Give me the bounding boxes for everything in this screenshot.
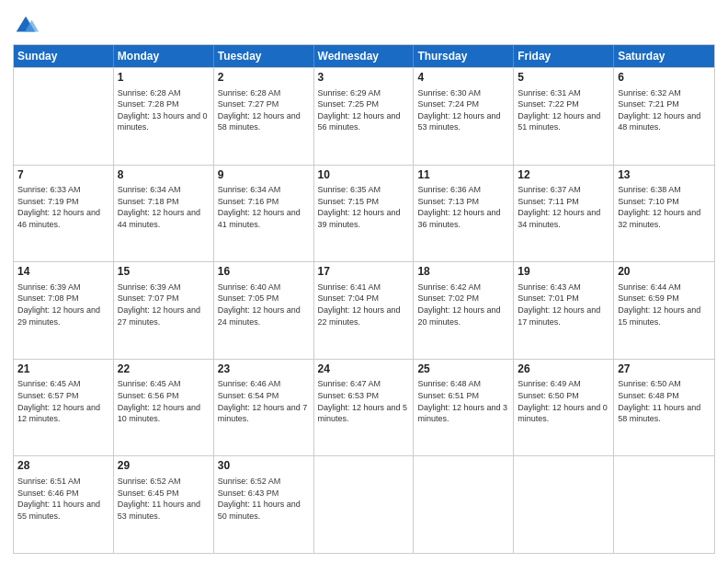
calendar-cell: 19Sunrise: 6:43 AMSunset: 7:01 PMDayligh… xyxy=(514,262,614,359)
day-info: Sunrise: 6:45 AMSunset: 6:56 PMDaylight:… xyxy=(118,378,210,424)
calendar-cell: 20Sunrise: 6:44 AMSunset: 6:59 PMDayligh… xyxy=(614,262,714,359)
calendar: SundayMondayTuesdayWednesdayThursdayFrid… xyxy=(13,44,715,554)
calendar-cell: 24Sunrise: 6:47 AMSunset: 6:53 PMDayligh… xyxy=(314,360,415,456)
calendar-cell: 3Sunrise: 6:29 AMSunset: 7:25 PMDaylight… xyxy=(314,68,415,165)
day-number: 9 xyxy=(218,168,310,183)
day-number: 6 xyxy=(618,71,711,86)
calendar-cell: 13Sunrise: 6:38 AMSunset: 7:10 PMDayligh… xyxy=(614,166,714,262)
calendar-cell: 10Sunrise: 6:35 AMSunset: 7:15 PMDayligh… xyxy=(314,166,415,262)
day-number: 26 xyxy=(518,362,609,377)
day-number: 15 xyxy=(118,265,210,280)
calendar-cell xyxy=(614,456,714,553)
day-number: 12 xyxy=(518,168,609,183)
day-number: 7 xyxy=(17,168,109,183)
calendar-cell: 17Sunrise: 6:41 AMSunset: 7:04 PMDayligh… xyxy=(314,262,415,359)
day-info: Sunrise: 6:51 AMSunset: 6:46 PMDaylight:… xyxy=(17,476,109,522)
cal-header-day: Monday xyxy=(114,45,214,67)
day-number: 23 xyxy=(218,362,310,377)
day-number: 24 xyxy=(318,362,410,377)
calendar-cell xyxy=(314,456,415,553)
day-number: 19 xyxy=(518,265,609,280)
day-info: Sunrise: 6:43 AMSunset: 7:01 PMDaylight:… xyxy=(518,282,609,327)
day-info: Sunrise: 6:44 AMSunset: 6:59 PMDaylight:… xyxy=(618,282,711,327)
calendar-cell: 9Sunrise: 6:34 AMSunset: 7:16 PMDaylight… xyxy=(214,166,314,262)
cal-header-day: Sunday xyxy=(14,45,114,67)
day-number: 27 xyxy=(618,362,711,377)
day-info: Sunrise: 6:39 AMSunset: 7:08 PMDaylight:… xyxy=(17,282,109,327)
calendar-week: 21Sunrise: 6:45 AMSunset: 6:57 PMDayligh… xyxy=(14,359,714,456)
day-number: 11 xyxy=(417,168,509,183)
day-info: Sunrise: 6:46 AMSunset: 6:54 PMDaylight:… xyxy=(218,378,310,424)
day-info: Sunrise: 6:48 AMSunset: 6:51 PMDaylight:… xyxy=(417,378,509,424)
day-number: 14 xyxy=(17,265,109,280)
logo-icon xyxy=(13,13,39,39)
logo xyxy=(13,13,42,39)
day-info: Sunrise: 6:52 AMSunset: 6:45 PMDaylight:… xyxy=(118,476,210,522)
calendar-cell: 26Sunrise: 6:49 AMSunset: 6:50 PMDayligh… xyxy=(514,360,614,456)
calendar-cell: 2Sunrise: 6:28 AMSunset: 7:27 PMDaylight… xyxy=(214,68,314,165)
calendar-cell: 1Sunrise: 6:28 AMSunset: 7:28 PMDaylight… xyxy=(114,68,214,165)
day-number: 21 xyxy=(17,362,109,377)
calendar-cell: 6Sunrise: 6:32 AMSunset: 7:21 PMDaylight… xyxy=(614,68,714,165)
cal-header-day: Thursday xyxy=(414,45,514,67)
day-number: 1 xyxy=(118,71,210,86)
calendar-cell xyxy=(14,68,114,165)
calendar-cell: 14Sunrise: 6:39 AMSunset: 7:08 PMDayligh… xyxy=(14,262,114,359)
calendar-cell: 22Sunrise: 6:45 AMSunset: 6:56 PMDayligh… xyxy=(114,360,214,456)
day-info: Sunrise: 6:38 AMSunset: 7:10 PMDaylight:… xyxy=(618,184,711,230)
calendar-cell: 4Sunrise: 6:30 AMSunset: 7:24 PMDaylight… xyxy=(414,68,514,165)
calendar-cell: 16Sunrise: 6:40 AMSunset: 7:05 PMDayligh… xyxy=(214,262,314,359)
day-info: Sunrise: 6:52 AMSunset: 6:43 PMDaylight:… xyxy=(218,476,310,522)
calendar-cell: 27Sunrise: 6:50 AMSunset: 6:48 PMDayligh… xyxy=(614,360,714,456)
calendar-cell: 15Sunrise: 6:39 AMSunset: 7:07 PMDayligh… xyxy=(114,262,214,359)
cal-header-day: Saturday xyxy=(614,45,714,67)
calendar-cell: 28Sunrise: 6:51 AMSunset: 6:46 PMDayligh… xyxy=(14,456,114,553)
cal-header-day: Friday xyxy=(514,45,614,67)
day-info: Sunrise: 6:50 AMSunset: 6:48 PMDaylight:… xyxy=(618,378,711,424)
calendar-cell: 25Sunrise: 6:48 AMSunset: 6:51 PMDayligh… xyxy=(414,360,514,456)
day-info: Sunrise: 6:34 AMSunset: 7:16 PMDaylight:… xyxy=(218,184,310,230)
day-number: 16 xyxy=(218,265,310,280)
calendar-body: 1Sunrise: 6:28 AMSunset: 7:28 PMDaylight… xyxy=(14,67,714,553)
day-number: 5 xyxy=(518,71,609,86)
day-info: Sunrise: 6:42 AMSunset: 7:02 PMDaylight:… xyxy=(417,282,509,327)
day-number: 10 xyxy=(318,168,410,183)
day-number: 20 xyxy=(618,265,711,280)
day-info: Sunrise: 6:34 AMSunset: 7:18 PMDaylight:… xyxy=(118,184,210,230)
day-info: Sunrise: 6:45 AMSunset: 6:57 PMDaylight:… xyxy=(17,378,109,424)
calendar-cell: 7Sunrise: 6:33 AMSunset: 7:19 PMDaylight… xyxy=(14,166,114,262)
day-info: Sunrise: 6:40 AMSunset: 7:05 PMDaylight:… xyxy=(218,282,310,327)
day-number: 25 xyxy=(417,362,509,377)
calendar-week: 28Sunrise: 6:51 AMSunset: 6:46 PMDayligh… xyxy=(14,455,714,553)
calendar-cell: 29Sunrise: 6:52 AMSunset: 6:45 PMDayligh… xyxy=(114,456,214,553)
day-info: Sunrise: 6:36 AMSunset: 7:13 PMDaylight:… xyxy=(417,184,509,230)
day-number: 18 xyxy=(417,265,509,280)
day-info: Sunrise: 6:30 AMSunset: 7:24 PMDaylight:… xyxy=(417,87,509,133)
calendar-cell: 23Sunrise: 6:46 AMSunset: 6:54 PMDayligh… xyxy=(214,360,314,456)
calendar-cell: 5Sunrise: 6:31 AMSunset: 7:22 PMDaylight… xyxy=(514,68,614,165)
day-info: Sunrise: 6:35 AMSunset: 7:15 PMDaylight:… xyxy=(318,184,410,230)
day-info: Sunrise: 6:37 AMSunset: 7:11 PMDaylight:… xyxy=(518,184,609,230)
cal-header-day: Wednesday xyxy=(314,45,415,67)
day-number: 17 xyxy=(318,265,410,280)
day-info: Sunrise: 6:41 AMSunset: 7:04 PMDaylight:… xyxy=(318,282,410,327)
calendar-cell xyxy=(514,456,614,553)
calendar-cell: 8Sunrise: 6:34 AMSunset: 7:18 PMDaylight… xyxy=(114,166,214,262)
calendar-cell: 12Sunrise: 6:37 AMSunset: 7:11 PMDayligh… xyxy=(514,166,614,262)
day-info: Sunrise: 6:29 AMSunset: 7:25 PMDaylight:… xyxy=(318,87,410,133)
calendar-cell xyxy=(414,456,514,553)
cal-header-day: Tuesday xyxy=(214,45,314,67)
calendar-cell: 11Sunrise: 6:36 AMSunset: 7:13 PMDayligh… xyxy=(414,166,514,262)
calendar-week: 7Sunrise: 6:33 AMSunset: 7:19 PMDaylight… xyxy=(14,165,714,262)
day-number: 29 xyxy=(118,459,210,474)
day-info: Sunrise: 6:33 AMSunset: 7:19 PMDaylight:… xyxy=(17,184,109,230)
header xyxy=(13,9,715,39)
calendar-header: SundayMondayTuesdayWednesdayThursdayFrid… xyxy=(14,45,714,67)
day-info: Sunrise: 6:39 AMSunset: 7:07 PMDaylight:… xyxy=(118,282,210,327)
day-info: Sunrise: 6:28 AMSunset: 7:27 PMDaylight:… xyxy=(218,87,310,133)
day-number: 8 xyxy=(118,168,210,183)
calendar-cell: 30Sunrise: 6:52 AMSunset: 6:43 PMDayligh… xyxy=(214,456,314,553)
day-number: 13 xyxy=(618,168,711,183)
day-number: 3 xyxy=(318,71,410,86)
day-number: 4 xyxy=(417,71,509,86)
